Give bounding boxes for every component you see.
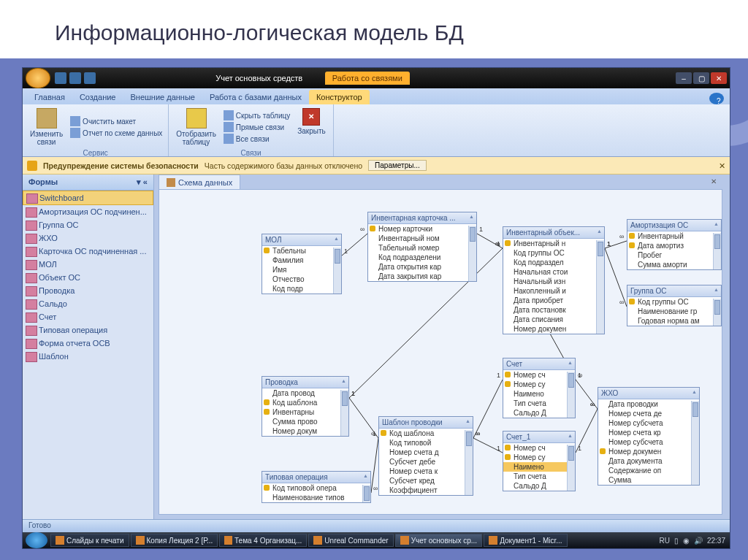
table-field[interactable]: Номер счета д: [379, 448, 473, 457]
taskbar-item[interactable]: Учет основных ср...: [395, 534, 483, 547]
table-field[interactable]: Наимено: [503, 462, 575, 472]
table-field[interactable]: Начальная стои: [503, 267, 604, 277]
table-header[interactable]: Инвентарная карточка ...: [368, 212, 476, 224]
table-zhxo[interactable]: ЖХОДата проводкиНомер счета деНомер субс…: [598, 387, 700, 486]
table-field[interactable]: Код типовой опера: [262, 483, 370, 493]
table-field[interactable]: Дата списания: [503, 315, 604, 324]
taskbar-item[interactable]: Копия Лекция 2 [Р...: [131, 534, 218, 547]
clear-layout-button[interactable]: Очистить макет: [70, 116, 162, 126]
table-field[interactable]: Субсчет кред: [379, 476, 473, 486]
scrollbar[interactable]: [713, 233, 721, 269]
table-field[interactable]: Номер су: [503, 380, 575, 389]
table-field[interactable]: Инвентарны: [262, 407, 348, 417]
taskbar-item[interactable]: Документ1 - Micr...: [484, 534, 567, 547]
table-field[interactable]: Сумма прово: [262, 417, 348, 426]
document-tab[interactable]: Схема данных: [159, 174, 240, 189]
relationships-canvas[interactable]: 1∞1∞1∞1∞1∞1∞1∞1∞1∞1∞1∞1∞ МОЛТабельныФами…: [159, 189, 722, 515]
table-field[interactable]: Номер сч: [503, 370, 575, 380]
office-button-icon[interactable]: [26, 68, 50, 88]
table-field[interactable]: Номер сч: [503, 443, 575, 453]
nav-item[interactable]: Форма отчета ОСВ: [23, 337, 153, 350]
quick-access-toolbar[interactable]: [55, 72, 96, 84]
nav-item[interactable]: Группа ОС: [23, 218, 153, 231]
table-field[interactable]: Дата приобрет: [503, 296, 604, 305]
tab-designer[interactable]: Конструктор: [309, 90, 370, 104]
nav-item[interactable]: Счет: [23, 310, 153, 323]
nav-item[interactable]: Типовая операция: [23, 323, 153, 337]
table-field[interactable]: Сумма: [598, 475, 699, 485]
document-close-icon[interactable]: ✕: [711, 177, 717, 185]
table-field[interactable]: Наименование типов: [262, 493, 370, 502]
table-header[interactable]: ЖХО: [598, 388, 699, 399]
table-field[interactable]: Фамилия: [262, 256, 341, 265]
scrollbar[interactable]: [596, 240, 604, 334]
table-field[interactable]: Тип счета: [503, 399, 575, 408]
table-schet[interactable]: СчетНомер счНомер суНаименоТип счетаСаль…: [503, 358, 576, 418]
table-amort[interactable]: Амортизация ОСИнвентарныйДата амортизПро…: [627, 219, 722, 270]
nav-item[interactable]: Switchboard: [23, 191, 153, 205]
table-field[interactable]: Номер счета кр: [598, 428, 699, 437]
scrollbar[interactable]: [691, 401, 699, 485]
table-typop[interactable]: Типовая операцияКод типовой операНаимено…: [262, 471, 371, 503]
taskbar-item[interactable]: Слайды к печати: [50, 534, 129, 547]
table-field[interactable]: Коэффициент: [379, 486, 473, 495]
table-field[interactable]: Дата открытия кар: [368, 262, 476, 272]
nav-item[interactable]: МОЛ: [23, 258, 153, 271]
direct-links-button[interactable]: Прямые связи: [224, 122, 290, 132]
table-field[interactable]: Пробег: [627, 250, 721, 260]
hide-table-button[interactable]: Скрыть таблицу: [224, 110, 290, 120]
table-prov[interactable]: ПроводкаДата проводКод шаблонаИнвентарны…: [262, 376, 349, 437]
table-field[interactable]: Накопленный и: [503, 286, 604, 296]
table-field[interactable]: Дата постановк: [503, 305, 604, 315]
scrollbar[interactable]: [713, 299, 721, 326]
nav-item[interactable]: Карточка ОС подчиненная ...: [23, 245, 153, 258]
table-field[interactable]: Номер су: [503, 453, 575, 462]
tab-create[interactable]: Создание: [72, 90, 123, 104]
table-field[interactable]: Дата провод: [262, 388, 348, 398]
table-field[interactable]: Номер счета де: [598, 409, 699, 418]
edit-relations-button[interactable]: Изменить связи: [28, 107, 64, 147]
show-table-button[interactable]: Отобразить таблицу: [175, 107, 218, 147]
table-field[interactable]: Номер субсчета: [598, 418, 699, 428]
table-card[interactable]: Инвентарная карточка ...Номер карточкиИн…: [367, 212, 477, 282]
table-field[interactable]: Номер карточки: [368, 224, 476, 234]
scrollbar[interactable]: [465, 430, 473, 495]
table-header[interactable]: Группа ОС: [627, 285, 721, 297]
all-links-button[interactable]: Все связи: [224, 134, 290, 144]
nav-item[interactable]: Сальдо: [23, 297, 153, 310]
close-relations-button[interactable]: ✕ Закрыть: [296, 107, 327, 147]
table-field[interactable]: Сальдо Д: [503, 408, 575, 418]
scrollbar[interactable]: [340, 390, 348, 436]
table-field[interactable]: Код группы ОС: [627, 297, 721, 307]
lang-indicator[interactable]: RU: [660, 537, 670, 545]
scrollbar[interactable]: [567, 372, 575, 418]
table-field[interactable]: Инвентарный н: [503, 239, 604, 248]
table-field[interactable]: Имя: [262, 265, 341, 275]
table-field[interactable]: Код группы ОС: [503, 248, 604, 258]
taskbar-item[interactable]: Тема 4 Организац...: [219, 534, 307, 547]
maximize-button[interactable]: ▢: [693, 72, 709, 84]
tab-home[interactable]: Главная: [27, 90, 72, 104]
table-field[interactable]: Сумма аморти: [627, 260, 721, 269]
table-field[interactable]: Номер субсчета: [598, 437, 699, 447]
table-field[interactable]: Код подраздел: [503, 258, 604, 267]
table-field[interactable]: Дата документа: [598, 456, 699, 466]
start-button-icon[interactable]: [26, 532, 47, 548]
table-field[interactable]: Субсчет дебе: [379, 457, 473, 467]
scrollbar[interactable]: [567, 445, 575, 491]
table-field[interactable]: Номер докум: [262, 426, 348, 436]
table-header[interactable]: Типовая операция: [262, 472, 370, 483]
table-field[interactable]: Содержание оп: [598, 466, 699, 475]
tab-dbtools[interactable]: Работа с базами данных: [202, 90, 309, 104]
table-field[interactable]: Код шаблона: [262, 398, 348, 407]
nav-item[interactable]: Шаблон: [23, 350, 153, 363]
table-field[interactable]: Тип счета: [503, 472, 575, 481]
table-header[interactable]: Проводка: [262, 377, 348, 388]
table-field[interactable]: Дата амортиз: [627, 241, 721, 250]
table-shabl[interactable]: Шаблон проводкиКод шаблонаКод типовойНом…: [378, 416, 473, 496]
table-field[interactable]: Номер счета к: [379, 467, 473, 476]
table-field[interactable]: Отчество: [262, 275, 341, 284]
nav-item[interactable]: Проводка: [23, 284, 153, 297]
minimize-button[interactable]: –: [676, 72, 692, 84]
security-options-button[interactable]: Параметры...: [368, 160, 427, 171]
